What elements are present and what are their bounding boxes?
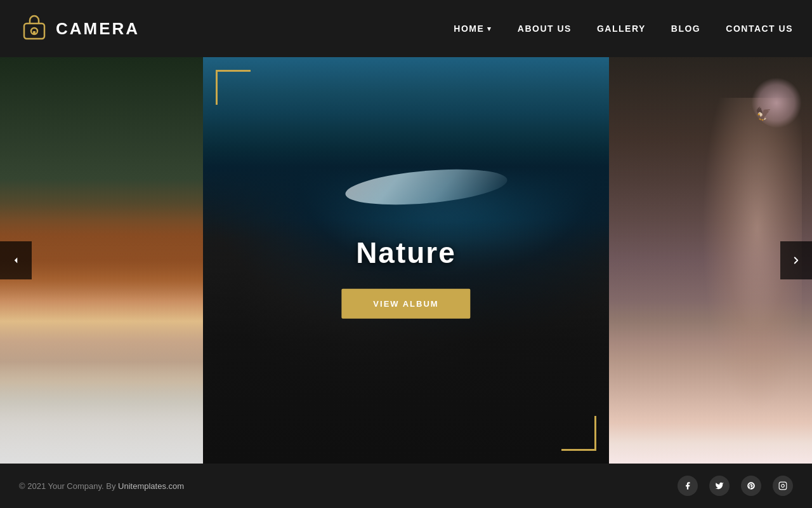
- slide-content: Nature VIEW ALBUM: [341, 236, 470, 319]
- ocean-top: [203, 57, 609, 240]
- main-nav: HOME ▾ ABOUT US GALLERY BLOG CONTACT US: [454, 23, 793, 34]
- view-album-button[interactable]: VIEW ALBUM: [341, 289, 470, 319]
- logo-text: CAMERA: [56, 19, 140, 39]
- prev-arrow-button[interactable]: [0, 241, 32, 279]
- copyright-text: © 2021 Your Company. By: [19, 481, 118, 491]
- footer-copyright: © 2021 Your Company. By Unitemplates.com: [19, 481, 184, 491]
- svg-rect-2: [33, 31, 36, 34]
- chevron-left-icon: [10, 255, 22, 266]
- nav-about[interactable]: ABOUT US: [518, 23, 572, 34]
- slide-left-panel: [0, 57, 203, 464]
- mist-overlay: [0, 281, 203, 464]
- svg-rect-3: [779, 482, 787, 490]
- nav-contact[interactable]: CONTACT US: [726, 23, 793, 34]
- bracket-bottom-right: [561, 416, 596, 451]
- footer: © 2021 Your Company. By Unitemplates.com: [0, 464, 812, 508]
- nav-home-label: HOME: [454, 23, 484, 34]
- slide-center-panel: Nature VIEW ALBUM: [203, 57, 609, 464]
- slide-right-panel: 🦅: [609, 57, 812, 464]
- footer-link[interactable]: Unitemplates.com: [118, 481, 184, 491]
- chevron-down-icon: ▾: [487, 25, 492, 33]
- logo-icon: [19, 13, 49, 44]
- social-icons: [678, 476, 793, 496]
- nav-home[interactable]: HOME ▾: [454, 23, 492, 34]
- chevron-right-icon: [790, 255, 802, 266]
- pinterest-icon[interactable]: [741, 476, 761, 496]
- facebook-icon[interactable]: [678, 476, 698, 496]
- slide-title: Nature: [341, 236, 470, 270]
- nav-blog[interactable]: BLOG: [671, 23, 700, 34]
- slider: Nature VIEW ALBUM 🦅: [0, 57, 812, 464]
- bracket-top-left: [216, 70, 251, 105]
- bird-icon: 🦅: [756, 106, 771, 121]
- instagram-icon[interactable]: [773, 476, 793, 496]
- nav-gallery[interactable]: GALLERY: [597, 23, 646, 34]
- next-arrow-button[interactable]: [780, 241, 812, 279]
- twitter-icon[interactable]: [709, 476, 730, 496]
- logo[interactable]: CAMERA: [19, 13, 140, 44]
- header: CAMERA HOME ▾ ABOUT US GALLERY BLOG CONT…: [0, 0, 812, 57]
